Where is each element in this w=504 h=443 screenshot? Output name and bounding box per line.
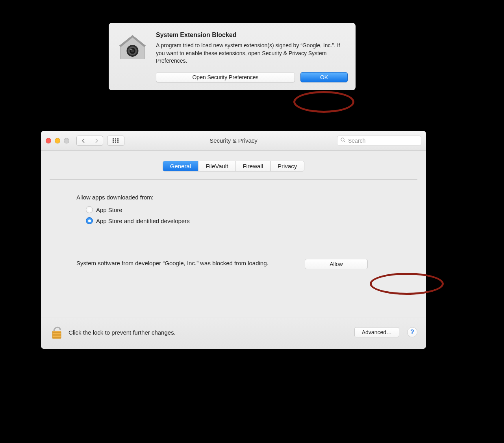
allow-button[interactable]: Allow [305, 259, 368, 269]
allow-apps-label: Allow apps downloaded from: [76, 194, 391, 201]
help-button[interactable]: ? [407, 327, 417, 337]
window-titlebar: Security & Privacy [41, 131, 426, 151]
radio-app-store-label: App Store [96, 207, 122, 213]
alert-body: A program tried to load new system exten… [156, 42, 348, 65]
search-icon [341, 138, 346, 144]
svg-rect-21 [52, 335, 61, 336]
zoom-window-button[interactable] [64, 138, 69, 143]
lock-icon[interactable] [50, 324, 64, 340]
svg-rect-10 [113, 140, 114, 141]
show-all-button[interactable] [107, 136, 124, 146]
tab-filevault[interactable]: FileVault [198, 161, 235, 171]
back-button[interactable] [76, 136, 90, 146]
radio-app-store[interactable] [86, 206, 93, 213]
svg-rect-15 [117, 142, 119, 143]
svg-rect-19 [52, 332, 61, 333]
svg-rect-22 [52, 337, 61, 338]
close-window-button[interactable] [46, 138, 51, 143]
svg-rect-14 [115, 142, 116, 143]
open-security-preferences-button[interactable]: Open Security Preferences [156, 72, 295, 82]
forward-button[interactable] [90, 136, 103, 146]
highlight-annotation-ok [293, 91, 354, 113]
allow-apps-radio-group: App Store App Store and identified devel… [86, 206, 391, 224]
security-house-icon [117, 32, 148, 82]
tab-bar: General FileVault Firewall Privacy [163, 161, 305, 171]
ok-button[interactable]: OK [300, 72, 348, 82]
lock-text: Click the lock to prevent further change… [69, 329, 350, 336]
svg-point-16 [341, 138, 344, 141]
tab-firewall[interactable]: Firewall [235, 161, 271, 171]
svg-rect-11 [115, 140, 116, 141]
tab-general[interactable]: General [163, 161, 198, 171]
svg-rect-8 [115, 138, 116, 140]
system-extension-blocked-dialog: System Extension Blocked A program tried… [109, 23, 356, 90]
svg-rect-7 [113, 138, 114, 140]
svg-rect-13 [113, 142, 114, 143]
search-input[interactable] [348, 138, 418, 144]
tab-privacy[interactable]: Privacy [271, 161, 304, 171]
minimize-window-button[interactable] [55, 138, 60, 143]
svg-point-6 [130, 48, 132, 50]
search-field[interactable] [337, 136, 421, 146]
svg-rect-12 [117, 140, 119, 141]
advanced-button[interactable]: Advanced… [354, 327, 399, 337]
blocked-software-message: System software from developer “Google, … [76, 259, 289, 267]
svg-rect-9 [117, 138, 119, 140]
svg-line-17 [344, 141, 345, 142]
svg-rect-20 [52, 334, 61, 335]
security-privacy-window: Security & Privacy General FileVault Fir… [41, 131, 426, 349]
radio-app-store-identified[interactable] [86, 217, 93, 224]
alert-title: System Extension Blocked [156, 32, 348, 39]
window-title: Security & Privacy [209, 137, 258, 144]
radio-app-store-identified-label: App Store and identified developers [96, 218, 190, 224]
